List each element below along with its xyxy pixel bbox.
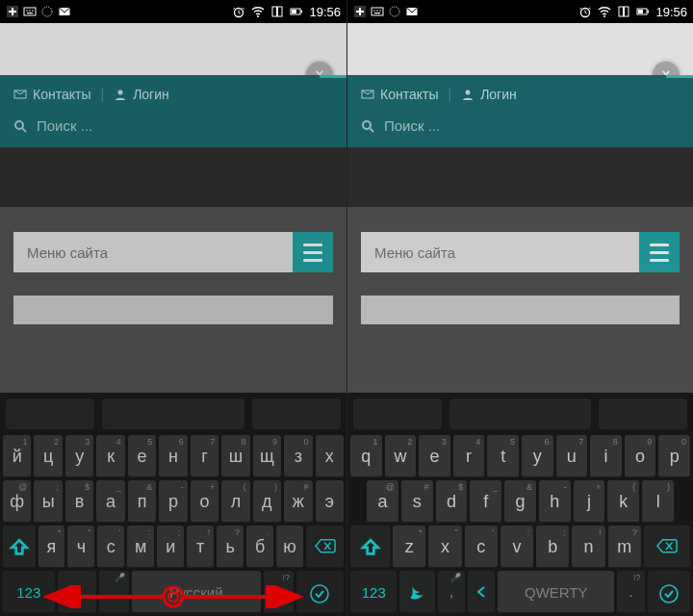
key-ь[interactable]: ь?: [217, 526, 244, 568]
key-s[interactable]: s#: [401, 480, 433, 523]
key-э[interactable]: э: [316, 480, 344, 523]
key-q[interactable]: q1: [350, 435, 382, 477]
backspace-key[interactable]: [644, 526, 690, 568]
comma-key[interactable]: ,🎤: [438, 571, 465, 613]
symbols-key[interactable]: 123: [3, 571, 55, 613]
key-е[interactable]: е5: [128, 435, 156, 477]
backspace-key[interactable]: [306, 526, 344, 568]
key-й[interactable]: й1: [3, 435, 31, 477]
contacts-link[interactable]: Контакты: [33, 87, 90, 102]
key-o[interactable]: o9: [625, 435, 656, 477]
login-link[interactable]: Логин: [480, 87, 517, 102]
search-icon: [13, 119, 27, 133]
key-х[interactable]: х: [316, 435, 344, 477]
key-я[interactable]: я*: [38, 526, 65, 568]
key-x[interactable]: x": [428, 526, 461, 568]
swift-key[interactable]: [399, 571, 434, 613]
swift-key[interactable]: [58, 571, 96, 613]
key-z[interactable]: z*: [393, 526, 425, 568]
menu-bar[interactable]: Меню сайта: [361, 232, 680, 272]
key-с[interactable]: с': [97, 526, 124, 568]
key-j[interactable]: j+: [574, 480, 605, 523]
key-t[interactable]: t5: [487, 435, 519, 477]
suggestion-3[interactable]: [599, 398, 687, 429]
key-c[interactable]: c': [465, 526, 498, 568]
key-г[interactable]: г7: [191, 435, 218, 477]
svg-point-9: [257, 15, 259, 17]
key-ч[interactable]: ч": [67, 526, 94, 568]
key-e[interactable]: e3: [419, 435, 450, 477]
key-w[interactable]: w2: [385, 435, 417, 477]
battery-icon: [636, 5, 650, 18]
key-d[interactable]: d$: [436, 480, 468, 523]
period-key[interactable]: .!?: [264, 571, 294, 613]
enter-key[interactable]: [296, 571, 344, 613]
key-l[interactable]: l): [642, 480, 674, 523]
comma-key[interactable]: ,🎤: [99, 571, 129, 613]
shift-key[interactable]: [350, 526, 390, 568]
key-ж[interactable]: ж#: [284, 480, 312, 523]
space-key[interactable]: Русский: [132, 571, 261, 613]
page-header: Контакты | Логин Поиск ...: [347, 75, 693, 147]
contacts-link[interactable]: Контакты: [380, 87, 438, 102]
key-m[interactable]: m?: [608, 526, 641, 568]
svg-rect-14: [292, 10, 296, 13]
suggestion-2[interactable]: [102, 398, 244, 429]
shift-key[interactable]: [3, 526, 36, 568]
key-y[interactable]: y6: [522, 435, 553, 477]
symbols-key[interactable]: 123: [350, 571, 397, 613]
key-б[interactable]: б.: [246, 526, 273, 568]
key-n[interactable]: n!: [572, 526, 604, 568]
kb-row-3: я*ч"с'м:и;т!ь?б.ю: [0, 526, 346, 568]
key-r[interactable]: r4: [453, 435, 485, 477]
key-i[interactable]: i8: [590, 435, 622, 477]
key-р[interactable]: р-: [159, 480, 187, 523]
key-ш[interactable]: ш8: [221, 435, 249, 477]
key-а[interactable]: а_: [96, 480, 124, 523]
suggestion-2[interactable]: [449, 398, 591, 429]
key-ю[interactable]: ю: [276, 526, 303, 568]
key-g[interactable]: g&: [504, 480, 536, 523]
key-о[interactable]: о+: [191, 480, 218, 523]
enter-key[interactable]: [648, 571, 690, 613]
period-key[interactable]: .!?: [617, 571, 644, 613]
key-т[interactable]: т!: [187, 526, 214, 568]
key-к[interactable]: к4: [96, 435, 124, 477]
svg-rect-36: [648, 11, 650, 13]
key-u[interactable]: u7: [556, 435, 588, 477]
space-key[interactable]: QWERTY: [498, 571, 614, 613]
key-ы[interactable]: ы;: [34, 480, 62, 523]
key-v[interactable]: v:: [500, 526, 533, 568]
search-field[interactable]: Поиск ...: [13, 114, 333, 147]
key-л[interactable]: л(: [221, 480, 249, 523]
key-h[interactable]: h-: [539, 480, 571, 523]
key-ф[interactable]: ф@: [3, 480, 31, 523]
suggestion-3[interactable]: [252, 398, 341, 429]
key-п[interactable]: п&: [128, 480, 156, 523]
key-b[interactable]: b;: [536, 526, 569, 568]
key-у[interactable]: у3: [65, 435, 93, 477]
login-link[interactable]: Логин: [133, 87, 169, 102]
suggestion-row: [347, 393, 693, 435]
search-field[interactable]: Поиск ...: [361, 114, 680, 147]
key-щ[interactable]: щ9: [253, 435, 281, 477]
suggestion-1[interactable]: [353, 398, 442, 429]
dark-spacer: [0, 147, 346, 207]
key-k[interactable]: k(: [607, 480, 639, 523]
language-key[interactable]: [468, 571, 495, 613]
key-з[interactable]: з0: [284, 435, 312, 477]
suggestion-1[interactable]: [6, 398, 94, 429]
key-a[interactable]: a@: [367, 480, 398, 523]
key-в[interactable]: в$: [65, 480, 93, 523]
key-p[interactable]: p0: [658, 435, 690, 477]
hamburger-icon[interactable]: [293, 232, 333, 272]
key-м[interactable]: м:: [127, 526, 154, 568]
key-ц[interactable]: ц2: [34, 435, 62, 477]
menu-bar[interactable]: Меню сайта: [13, 232, 333, 272]
key-и[interactable]: и;: [157, 526, 184, 568]
svg-rect-5: [27, 13, 33, 13]
key-д[interactable]: д): [253, 480, 281, 523]
hamburger-icon[interactable]: [639, 232, 680, 272]
key-н[interactable]: н6: [159, 435, 187, 477]
key-f[interactable]: f_: [470, 480, 501, 523]
